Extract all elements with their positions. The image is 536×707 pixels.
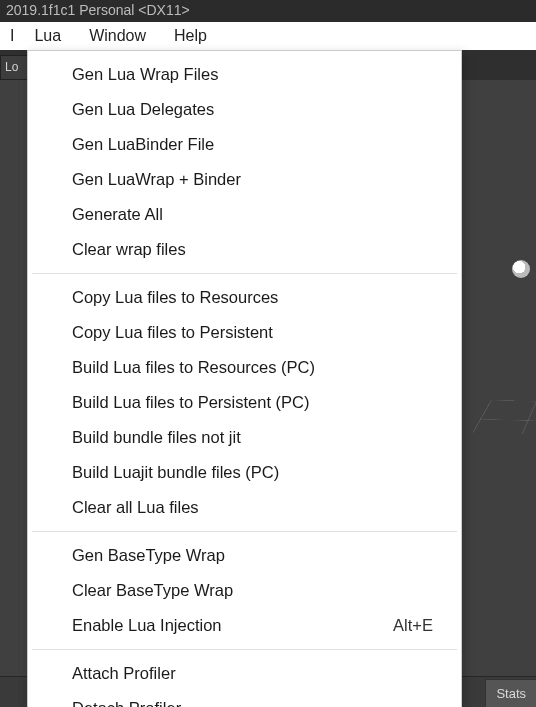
menu-copy-lua-to-resources[interactable]: Copy Lua files to Resources [28, 280, 461, 315]
menu-gen-luawrap-binder[interactable]: Gen LuaWrap + Binder [28, 162, 461, 197]
menu-gen-luabinder-file[interactable]: Gen LuaBinder File [28, 127, 461, 162]
menu-shortcut: Alt+E [393, 616, 433, 635]
scene-gizmo[interactable] [512, 260, 530, 278]
window-titlebar: 2019.1f1c1 Personal <DX11> [0, 0, 536, 22]
stats-button[interactable]: Stats [485, 679, 536, 707]
menu-item-help[interactable]: Help [160, 23, 221, 49]
menu-detach-profiler[interactable]: Detach Profiler [28, 691, 461, 707]
menu-generate-all[interactable]: Generate All [28, 197, 461, 232]
window-title: 2019.1f1c1 Personal <DX11> [6, 2, 190, 18]
menu-copy-lua-to-persistent[interactable]: Copy Lua files to Persistent [28, 315, 461, 350]
menu-gen-lua-wrap-files[interactable]: Gen Lua Wrap Files [28, 57, 461, 92]
menu-item-lua[interactable]: Lua [20, 23, 75, 49]
menu-separator [32, 649, 457, 650]
menu-clear-wrap-files[interactable]: Clear wrap files [28, 232, 461, 267]
menu-separator [32, 531, 457, 532]
menu-attach-profiler[interactable]: Attach Profiler [28, 656, 461, 691]
menu-item-i[interactable]: I [4, 23, 20, 49]
lua-menu-dropdown: Gen Lua Wrap Files Gen Lua Delegates Gen… [27, 50, 462, 707]
menu-item-window[interactable]: Window [75, 23, 160, 49]
menu-bar: I Lua Window Help [0, 22, 536, 51]
menu-gen-lua-delegates[interactable]: Gen Lua Delegates [28, 92, 461, 127]
scene-grid [472, 400, 536, 443]
menu-gen-basetype-wrap[interactable]: Gen BaseType Wrap [28, 538, 461, 573]
menu-build-lua-persistent-pc[interactable]: Build Lua files to Persistent (PC) [28, 385, 461, 420]
menu-build-lua-resources-pc[interactable]: Build Lua files to Resources (PC) [28, 350, 461, 385]
menu-separator [32, 273, 457, 274]
menu-enable-lua-injection[interactable]: Enable Lua Injection Alt+E [28, 608, 461, 643]
menu-clear-all-lua-files[interactable]: Clear all Lua files [28, 490, 461, 525]
menu-build-luajit-bundle-pc[interactable]: Build Luajit bundle files (PC) [28, 455, 461, 490]
menu-clear-basetype-wrap[interactable]: Clear BaseType Wrap [28, 573, 461, 608]
menu-build-bundle-not-jit[interactable]: Build bundle files not jit [28, 420, 461, 455]
